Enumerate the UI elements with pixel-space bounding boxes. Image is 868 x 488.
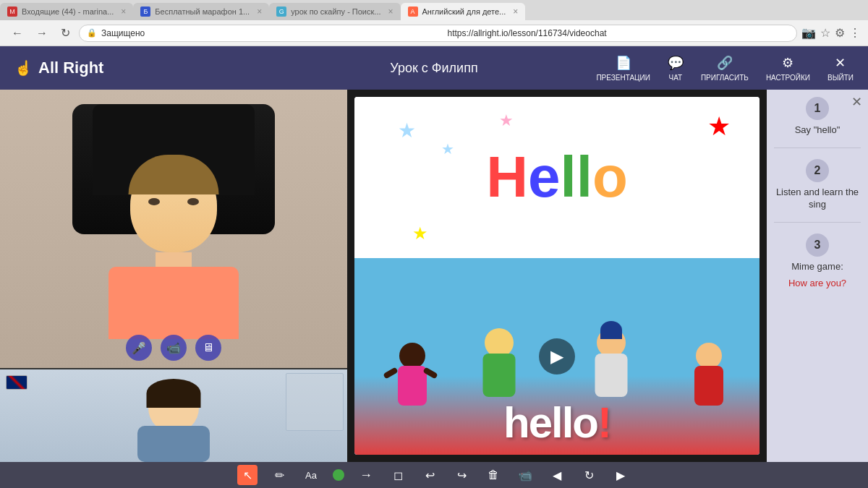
settings-label: НАСТРОЙКИ <box>766 74 810 82</box>
char4-body <box>694 366 723 406</box>
color-picker-button[interactable] <box>333 469 344 481</box>
browser-toolbar: ← → ↻ 🔒 Защищено https://allright.io/les… <box>0 20 868 46</box>
tab-close-allright[interactable]: × <box>513 7 518 17</box>
star-pink-icon: ★ <box>499 111 514 130</box>
char3-hair <box>600 321 622 339</box>
cartoon-char2 <box>474 328 524 408</box>
arrow-tool-button[interactable]: → <box>356 465 376 485</box>
sidebar-label-3: Mime game: <box>791 261 843 273</box>
camera-toolbar-icon[interactable]: 📷 <box>801 26 816 40</box>
cartoon-char4 <box>687 343 731 415</box>
sidebar-number-1: 1 <box>806 97 829 120</box>
reload-button[interactable]: ↻ <box>56 25 75 41</box>
char2-body <box>483 354 516 397</box>
hello-big-text: hello! <box>503 398 610 448</box>
logo-text: All Right <box>38 59 103 77</box>
delete-button[interactable]: 🗑 <box>483 465 503 485</box>
text-tool-button[interactable]: Aa <box>301 465 321 485</box>
exit-button[interactable]: ✕ ВЫЙТИ <box>827 55 854 82</box>
browser-toolbar-icons: 📷 ☆ ⚙ ⋮ <box>801 26 861 40</box>
main-video: 🎤 📹 🖥 <box>0 90 347 368</box>
slide-bottom-section: hello! ▶ <box>354 258 760 455</box>
letter-l2: l <box>576 144 592 210</box>
char1-head <box>399 343 425 369</box>
student-shirt <box>109 267 239 339</box>
video-panel: 🎤 📹 🖥 <box>0 90 347 462</box>
letter-e: e <box>528 144 561 210</box>
prev-slide-button[interactable]: ◀ <box>547 465 567 485</box>
invite-button[interactable]: 🔗 ПРИГЛАСИТЬ <box>701 55 749 82</box>
forward-button[interactable]: → <box>32 25 52 41</box>
next-slide-button[interactable]: ▶ <box>610 465 631 485</box>
invite-label: ПРИГЛАСИТЬ <box>701 74 749 82</box>
tab-label-marathon: Бесплатный марафон 1... <box>155 7 250 16</box>
lesson-sidebar: ✕ 1 Say "hello" 2 Listen and learn the s… <box>767 90 868 462</box>
browser-chrome: M Входящие (44) - marina... × Б Бесплатн… <box>0 0 868 46</box>
char3-body <box>595 354 628 397</box>
sidebar-label-1: Say "hello" <box>795 124 841 137</box>
animate-button[interactable]: ↻ <box>579 465 599 485</box>
logo-hand-icon: ☝ <box>14 59 33 77</box>
teacher-video-scene <box>0 369 347 462</box>
video-controls: 🎤 📹 🖥 <box>126 335 221 361</box>
browser-tab-allright[interactable]: A Английский для дете... × <box>401 3 526 20</box>
tab-favicon-allright: A <box>408 7 418 17</box>
drawing-toolbar: ↖ ✏ Aa → ◻ ↩ ↪ 🗑 📹 ◀ ↻ ▶ <box>0 462 868 488</box>
student-right-eye <box>187 198 199 205</box>
lesson-title: Урок с Филипп <box>390 61 477 76</box>
app-logo: ☝ All Right <box>14 59 103 77</box>
student-figure <box>101 158 246 339</box>
letter-H: H <box>486 144 528 210</box>
address-bar[interactable]: 🔒 Защищено https://allright.io/lesson/11… <box>79 25 797 42</box>
invite-icon: 🔗 <box>717 55 733 71</box>
video-play-button[interactable]: ▶ <box>539 338 575 374</box>
presentations-icon: 📄 <box>616 55 631 71</box>
main-content: 🎤 📹 🖥 <box>0 90 868 462</box>
char4-head <box>696 343 722 369</box>
tab-label-gmail: Входящие (44) - marina... <box>22 7 114 16</box>
uk-flag <box>6 375 27 390</box>
camera-button[interactable]: 📹 <box>161 335 187 361</box>
tab-close-skype[interactable]: × <box>388 7 393 17</box>
settings-button[interactable]: ⚙ НАСТРОЙКИ <box>766 55 810 82</box>
presentations-button[interactable]: 📄 ПРЕЗЕНТАЦИИ <box>596 55 650 82</box>
browser-tab-marathon[interactable]: Б Бесплатный марафон 1... × <box>133 3 269 20</box>
chat-label: ЧАТ <box>669 74 683 82</box>
video-insert-button[interactable]: 📹 <box>515 465 535 485</box>
sidebar-item-2: 2 Listen and learn the sing <box>774 159 861 211</box>
presentation-panel: ★ ★ ★ ★ ★ H e l l o <box>347 90 767 462</box>
browser-tab-skype[interactable]: G урок по скайпу - Поиск... × <box>269 3 400 20</box>
url-text: https://allright.io/lesson/116734/videoc… <box>448 28 790 38</box>
undo-button[interactable]: ↩ <box>420 465 440 485</box>
redo-button[interactable]: ↪ <box>451 465 472 485</box>
lock-icon: 🔒 <box>87 28 97 38</box>
sidebar-sublabel-3: How are you? <box>788 278 846 290</box>
tab-close-marathon[interactable]: × <box>257 7 262 17</box>
chat-button[interactable]: 💬 ЧАТ <box>668 55 684 82</box>
sidebar-close-button[interactable]: ✕ <box>851 94 862 110</box>
tab-close-gmail[interactable]: × <box>121 7 126 17</box>
sidebar-number-2: 2 <box>806 159 829 182</box>
letter-l1: l <box>560 144 576 210</box>
bookmark-icon[interactable]: ☆ <box>820 26 830 40</box>
screen-share-button[interactable]: 🖥 <box>195 335 221 361</box>
pen-tool-button[interactable]: ✏ <box>269 465 289 485</box>
eraser-tool-button[interactable]: ◻ <box>388 465 408 485</box>
secure-label: Защищено <box>101 28 443 38</box>
back-button[interactable]: ← <box>7 25 27 41</box>
student-left-eye <box>148 198 160 205</box>
sidebar-item-3: 3 Mime game: How are you? <box>788 234 846 290</box>
sidebar-label-2: Listen and learn the sing <box>774 187 861 211</box>
star-blue1-icon: ★ <box>398 119 416 142</box>
char2-head <box>485 328 514 357</box>
tab-favicon-skype: G <box>276 7 286 17</box>
teacher-body <box>137 426 210 462</box>
browser-tab-gmail[interactable]: M Входящие (44) - marina... × <box>0 3 133 20</box>
select-tool-button[interactable]: ↖ <box>237 465 258 485</box>
star-blue2-icon: ★ <box>441 140 454 158</box>
tab-label-skype: урок по скайпу - Поиск... <box>291 7 380 16</box>
menu-icon[interactable]: ⋮ <box>849 26 861 40</box>
extensions-icon[interactable]: ⚙ <box>835 26 845 40</box>
mic-button[interactable]: 🎤 <box>126 335 152 361</box>
chat-icon: 💬 <box>668 55 684 71</box>
